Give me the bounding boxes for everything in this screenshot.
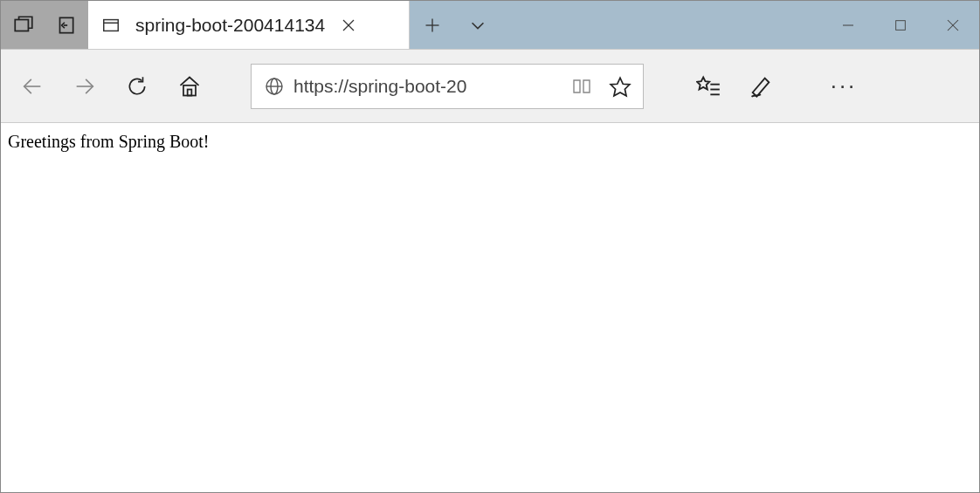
- browser-tab-active[interactable]: spring-boot-200414134: [88, 1, 410, 49]
- toolbar-right: ···: [682, 60, 866, 113]
- svg-rect-15: [188, 89, 192, 95]
- close-window-button[interactable]: [927, 17, 979, 33]
- tab-actions-area: [1, 1, 88, 49]
- url-text[interactable]: https://spring-boot-20: [293, 76, 562, 97]
- page-body-text: Greetings from Spring Boot!: [8, 132, 210, 151]
- favorite-star-icon[interactable]: [601, 75, 639, 98]
- address-bar[interactable]: https://spring-boot-20: [251, 64, 644, 109]
- close-tab-icon[interactable]: [337, 17, 360, 33]
- toolbar: https://spring-boot-20 ···: [1, 50, 979, 123]
- maximize-button[interactable]: [874, 18, 927, 32]
- reading-view-icon[interactable]: [562, 76, 601, 97]
- tab-menu-chevron-icon[interactable]: [455, 1, 500, 49]
- forward-button[interactable]: [59, 60, 111, 113]
- notes-pen-icon[interactable]: [735, 60, 787, 113]
- set-aside-tabs-icon[interactable]: [48, 14, 83, 37]
- svg-rect-0: [15, 19, 28, 31]
- more-menu-button[interactable]: ···: [822, 72, 866, 99]
- svg-rect-2: [104, 19, 119, 31]
- minimize-button[interactable]: [822, 17, 874, 33]
- svg-rect-9: [896, 20, 906, 30]
- svg-marker-19: [611, 78, 630, 96]
- tab-title: spring-boot-200414134: [135, 15, 325, 36]
- favorites-list-icon[interactable]: [682, 60, 735, 113]
- home-button[interactable]: [163, 60, 216, 113]
- svg-rect-14: [183, 85, 196, 95]
- svg-marker-20: [697, 77, 709, 89]
- new-tab-icon[interactable]: [410, 1, 455, 49]
- refresh-button[interactable]: [111, 60, 163, 113]
- page-content: Greetings from Spring Boot!: [1, 123, 979, 161]
- title-bar: spring-boot-200414134: [1, 1, 979, 50]
- window-controls: [822, 17, 979, 33]
- titlebar-right-area: [410, 1, 979, 49]
- site-info-globe-icon[interactable]: [255, 76, 293, 97]
- page-icon: [99, 16, 123, 35]
- back-button[interactable]: [6, 60, 59, 113]
- tab-preview-icon[interactable]: [6, 14, 41, 37]
